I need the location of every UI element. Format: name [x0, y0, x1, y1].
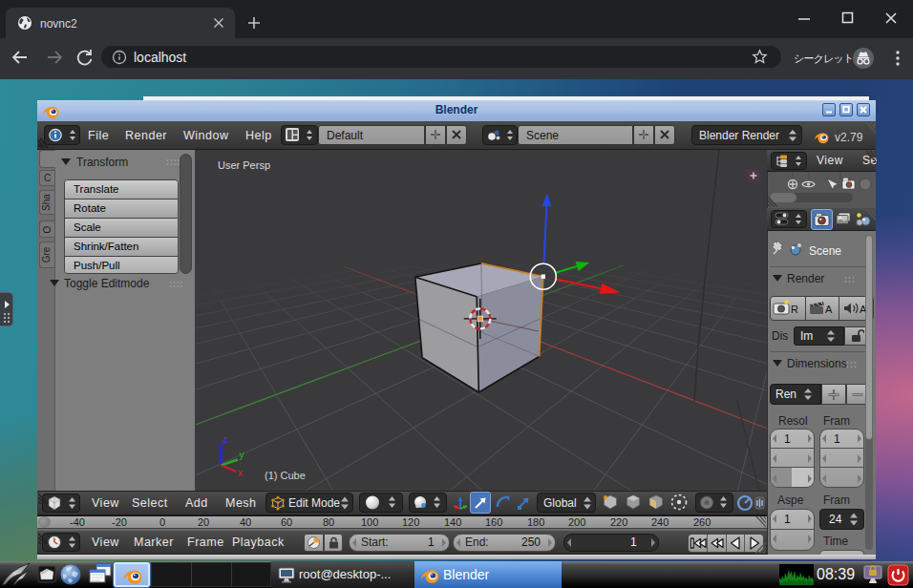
svg-text:A: A: [825, 304, 833, 315]
svg-text:x: x: [238, 468, 243, 478]
svg-text:z: z: [223, 434, 227, 445]
svg-text:(1) Cube: (1) Cube: [265, 470, 306, 481]
svg-text:y: y: [239, 450, 244, 460]
svg-text:Scene: Scene: [809, 244, 841, 258]
svg-text:R: R: [791, 304, 798, 315]
svg-text:User Persp: User Persp: [218, 159, 270, 171]
